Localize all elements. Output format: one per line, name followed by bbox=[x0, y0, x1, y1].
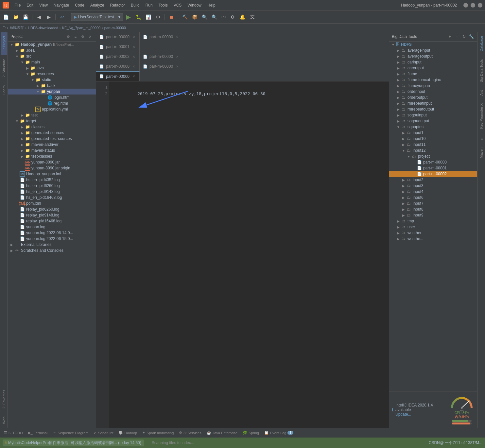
tree-item-replay2[interactable]: 📄 replay_pid9148.log bbox=[8, 212, 96, 218]
big-data-minus[interactable]: - bbox=[454, 33, 460, 40]
tab-part-m-00002[interactable]: 📄 part-m-00002 ✕ bbox=[96, 52, 140, 61]
maximize-button[interactable] bbox=[471, 3, 475, 8]
translate-button[interactable]: 文 bbox=[248, 12, 257, 22]
tree-input2[interactable]: ▶ 🗂 input2 bbox=[389, 177, 477, 183]
menu-run[interactable]: Run bbox=[143, 2, 155, 9]
open-button[interactable]: 📁 bbox=[11, 12, 20, 22]
menu-analyze[interactable]: Analyze bbox=[88, 2, 107, 9]
tree-weather1[interactable]: ▶ 🗂 weather bbox=[389, 230, 477, 236]
left-tab-structure[interactable]: 2: Structure bbox=[1, 55, 7, 81]
vtab-ant[interactable]: Ant bbox=[478, 86, 485, 100]
left-tab-web[interactable]: Web bbox=[1, 413, 7, 428]
menu-help[interactable]: Help bbox=[205, 2, 218, 9]
tree-sogou-out[interactable]: ▶ 🗂 sogououtput bbox=[389, 118, 477, 124]
tree-item-yunpan[interactable]: ▼ 📁 yunpan bbox=[8, 89, 96, 95]
build-button[interactable]: 🔨 bbox=[180, 12, 189, 22]
tree-item-classes[interactable]: ▶ 📁 classes bbox=[8, 124, 96, 130]
tree-input3[interactable]: ▶ 🗂 input3 bbox=[389, 183, 477, 189]
tool-terminal[interactable]: ▶_ Terminal bbox=[27, 430, 49, 436]
tree-item-log1[interactable]: 📄 hs_err_pid4352.log bbox=[8, 177, 96, 183]
tab-close-2[interactable]: ✕ bbox=[175, 35, 180, 39]
tool-java-ent[interactable]: ☕ Java Enterprise bbox=[205, 430, 239, 436]
tree-user[interactable]: ▶ 🗂 user bbox=[389, 224, 477, 230]
tree-part-00002[interactable]: 📄 part-m-00002 bbox=[389, 171, 477, 177]
minimize-button[interactable] bbox=[463, 3, 468, 8]
tab-part-m-00000-1[interactable]: 📄 part-m-00000 ✕ bbox=[96, 32, 140, 42]
new-file-button[interactable]: 📄 bbox=[1, 12, 10, 22]
vtab-m[interactable]: m bbox=[478, 133, 485, 144]
tree-rm-out[interactable]: ▶ 🗂 rmrepeatoutput bbox=[389, 106, 477, 112]
tree-item-log3[interactable]: 📄 hs_err_pid9148.log bbox=[8, 189, 96, 195]
tree-input9[interactable]: ▶ 🗂 input9 bbox=[389, 212, 477, 218]
menu-tools[interactable]: Tools bbox=[156, 2, 170, 9]
tab-part-m-00001[interactable]: 📄 part-m-00001 ✕ bbox=[96, 42, 140, 52]
tab-part-m-00000-5[interactable]: 📄 part-m-00000 ✕ bbox=[140, 61, 183, 71]
tree-sqoop[interactable]: ▼ 🗂 sqooptest bbox=[389, 124, 477, 130]
tree-item-log2[interactable]: 📄 hs_err_pid6260.log bbox=[8, 183, 96, 189]
tree-car-in[interactable]: ▶ 🗂 carinput bbox=[389, 59, 477, 65]
tree-car-out[interactable]: ▶ 🗂 caroutput bbox=[389, 65, 477, 71]
tree-avg-in[interactable]: ▶ 🗂 averageinput bbox=[389, 47, 477, 53]
tool-event-log[interactable]: 📋 Event Log 1 bbox=[263, 430, 295, 436]
find-button[interactable]: 🔍 bbox=[210, 12, 219, 22]
tree-item-target[interactable]: ▼ 📁 target bbox=[8, 118, 96, 124]
tree-input4[interactable]: ▶ 🗂 input4 bbox=[389, 189, 477, 195]
left-tab-project[interactable]: 1: Project bbox=[1, 32, 7, 55]
tree-item-back[interactable]: ▶ 📁 back bbox=[8, 83, 96, 89]
vtab-key-promoter[interactable]: Key Promoter X bbox=[478, 99, 485, 133]
menu-refactor[interactable]: Refactor bbox=[108, 2, 128, 9]
breadcrumb-2[interactable]: HDFS-downloaded bbox=[28, 26, 58, 30]
tab-close-7[interactable]: ✕ bbox=[175, 64, 180, 69]
menu-edit[interactable]: Edit bbox=[24, 2, 36, 9]
tree-weather2[interactable]: ▶ 🗂 weathe... bbox=[389, 236, 477, 242]
tool-hadoop[interactable]: 🐘 Hadoop bbox=[117, 430, 139, 436]
tool-spark[interactable]: ✦ Spark monitoring bbox=[141, 430, 175, 436]
tool-sonar[interactable]: ✔ SonarLint bbox=[92, 430, 114, 436]
tree-item-main[interactable]: ▼ 📁 main bbox=[8, 59, 96, 65]
big-data-refresh[interactable]: + bbox=[446, 33, 453, 40]
tree-flume-nginx[interactable]: ▶ 🗂 flume-tomcat-nginx bbox=[389, 77, 477, 83]
menu-vcs[interactable]: VCS bbox=[171, 2, 184, 9]
tree-item-yunpanlog[interactable]: 📄 yunpan.log bbox=[8, 224, 96, 230]
tree-item-replay3[interactable]: 📄 replay_pid16468.log bbox=[8, 218, 96, 224]
tree-item-yunpanlog2[interactable]: 📄 yunpan.log.2022-06-15.0... bbox=[8, 236, 96, 242]
menu-view[interactable]: View bbox=[37, 2, 50, 9]
tree-avg-out[interactable]: ▶ 🗂 averageoutput bbox=[389, 53, 477, 59]
tree-item-pom[interactable]: XML pom.xml bbox=[8, 200, 96, 206]
breadcrumb-3[interactable]: KF_Ng_7part_m_00000 bbox=[62, 26, 100, 30]
debug-button[interactable]: 🐛 bbox=[134, 12, 143, 22]
stop-button[interactable]: ⏹ bbox=[167, 12, 176, 22]
tree-item-yunpanlog1[interactable]: 📄 yunpan.log.2022-06-14.0... bbox=[8, 230, 96, 236]
panel-action-gear[interactable]: ⚙ bbox=[79, 33, 86, 40]
tab-close-8[interactable]: ✕ bbox=[131, 74, 136, 79]
tool-spring[interactable]: 🌿 Spring bbox=[241, 430, 260, 436]
left-tab-learn[interactable]: Learn bbox=[1, 81, 7, 98]
tab-close-1[interactable]: ✕ bbox=[131, 35, 136, 39]
coverage-button[interactable]: 📊 bbox=[144, 12, 153, 22]
menu-code[interactable]: Code bbox=[72, 2, 87, 9]
panel-action-1[interactable]: ⚙ bbox=[65, 33, 72, 40]
tool-services[interactable]: ⚙ 8: Services bbox=[178, 430, 202, 436]
tree-order-in[interactable]: ▶ 🗂 orderinput bbox=[389, 89, 477, 95]
tree-tmp[interactable]: ▶ 🗂 tmp bbox=[389, 218, 477, 224]
vtab-bigdata[interactable]: Big Data Tools bbox=[478, 55, 485, 86]
more-run-button[interactable]: ⚙ bbox=[153, 12, 163, 22]
tree-input6[interactable]: ▶ 🗂 input6 bbox=[389, 195, 477, 200]
tree-item-src[interactable]: ▼ 📁 src bbox=[8, 53, 96, 59]
tree-item-reg[interactable]: 🌐 reg.html bbox=[8, 100, 96, 106]
menu-file[interactable]: File bbox=[12, 2, 23, 9]
code-editor[interactable]: 2019-07-25,project5 zy,18,project18,0,5,… bbox=[109, 81, 389, 428]
breadcrumb-drive[interactable]: F: bbox=[3, 26, 6, 30]
tree-input1[interactable]: ▶ 🗂 input1 bbox=[389, 130, 477, 136]
tree-flume[interactable]: ▶ 🗂 flume bbox=[389, 71, 477, 77]
big-data-settings[interactable]: 🔧 bbox=[468, 33, 475, 40]
tab-close-5[interactable]: ✕ bbox=[175, 54, 180, 59]
tree-item-test[interactable]: ▶ 📁 test bbox=[8, 112, 96, 118]
tab-part-m-00000-active[interactable]: 📄 part-m-00000 ✕ bbox=[96, 71, 140, 81]
tree-sogou-in[interactable]: ▶ 🗂 sogouinput bbox=[389, 112, 477, 118]
tree-item-mvn-arch[interactable]: ▶ 📁 maven-archiver bbox=[8, 142, 96, 147]
left-tab-favorites[interactable]: 2: Favorites bbox=[1, 386, 7, 412]
popup-link[interactable]: Update... bbox=[395, 412, 447, 417]
vtab-maven[interactable]: Maven bbox=[478, 144, 485, 162]
tree-rm-in[interactable]: ▶ 🗂 rmrepeatinput bbox=[389, 100, 477, 106]
